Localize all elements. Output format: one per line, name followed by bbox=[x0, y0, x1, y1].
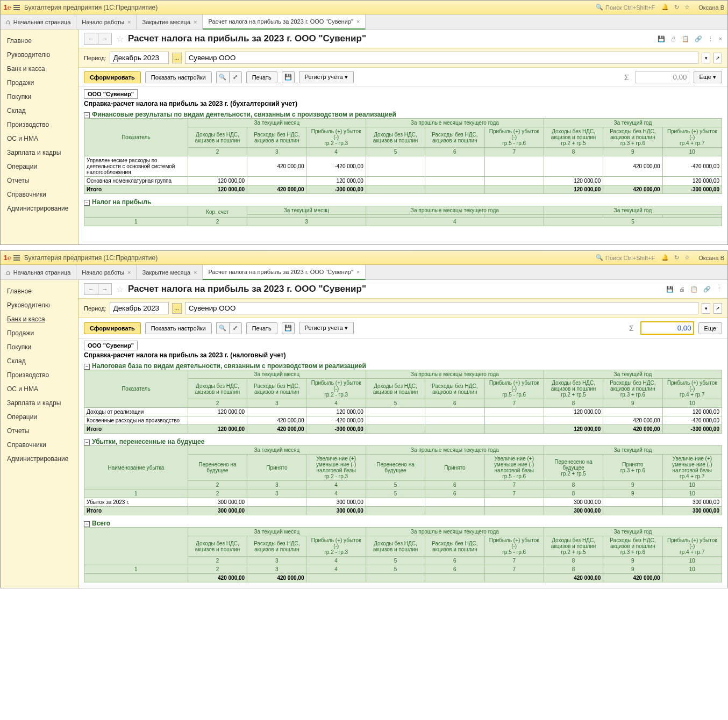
sidebar-item[interactable]: Банк и касса bbox=[1, 312, 78, 326]
sidebar-item[interactable]: Справочники bbox=[1, 438, 78, 452]
period-picker-button[interactable]: … bbox=[172, 53, 182, 63]
sidebar-item[interactable]: Склад bbox=[1, 354, 78, 368]
expand-icon[interactable]: ⤢ bbox=[229, 322, 242, 334]
collapse-icon[interactable]: − bbox=[84, 364, 90, 370]
sidebar-item[interactable]: Зарплата и кадры bbox=[1, 396, 78, 410]
org-input[interactable] bbox=[185, 302, 698, 314]
mail-icon[interactable]: 📋 bbox=[682, 35, 689, 42]
collapse-icon[interactable]: − bbox=[84, 200, 90, 206]
close-icon[interactable]: × bbox=[194, 19, 197, 25]
tab-home[interactable]: ⌂Начальная страница bbox=[1, 15, 76, 30]
link-icon[interactable]: 🔗 bbox=[703, 286, 711, 293]
link-icon[interactable]: 🔗 bbox=[695, 35, 702, 42]
tab-close-month[interactable]: Закрытие месяца× bbox=[137, 15, 203, 30]
sidebar-item[interactable]: Покупки bbox=[1, 340, 78, 354]
sidebar-item[interactable]: Администрирование bbox=[1, 452, 78, 466]
sidebar-item[interactable]: Производство bbox=[1, 368, 78, 382]
dropdown-icon[interactable]: ▾ bbox=[702, 53, 710, 63]
sidebar-item[interactable]: Продажи bbox=[1, 326, 78, 340]
forward-button[interactable]: → bbox=[98, 33, 112, 45]
star-icon[interactable]: ☆ bbox=[684, 254, 690, 261]
open-icon[interactable]: ↗ bbox=[713, 303, 722, 314]
more-button[interactable]: Еще ▾ bbox=[694, 71, 722, 83]
search-input[interactable]: 🔍Поиск Ctrl+Shift+F bbox=[596, 254, 655, 261]
print-icon[interactable]: 🖨 bbox=[670, 35, 676, 42]
sidebar-item[interactable]: Администрирование bbox=[1, 201, 78, 215]
history-icon[interactable]: ↻ bbox=[674, 254, 679, 261]
sidebar-item[interactable]: Справочники bbox=[1, 188, 78, 201]
open-icon[interactable]: ↗ bbox=[713, 53, 722, 63]
close-icon[interactable]: × bbox=[127, 19, 131, 25]
generate-button[interactable]: Сформировать bbox=[84, 322, 141, 334]
history-icon[interactable]: ↻ bbox=[674, 4, 679, 11]
close-icon[interactable]: × bbox=[719, 35, 722, 42]
back-button[interactable]: ← bbox=[84, 33, 98, 45]
sidebar-item[interactable]: Руководителю bbox=[1, 48, 78, 62]
period-input[interactable] bbox=[110, 52, 169, 64]
forward-button[interactable]: → bbox=[98, 283, 112, 295]
sum-input[interactable] bbox=[640, 321, 694, 335]
tab-home[interactable]: ⌂Начальная страница bbox=[1, 265, 76, 280]
user-name[interactable]: Оксана В bbox=[698, 255, 724, 261]
register-button[interactable]: Регистр учета ▾ bbox=[299, 322, 354, 334]
dropdown-icon[interactable]: ▾ bbox=[702, 303, 710, 314]
tab-close-month[interactable]: Закрытие месяца× bbox=[137, 265, 203, 280]
sidebar-item[interactable]: Главное bbox=[1, 284, 78, 298]
kebab-icon[interactable]: ⋮ bbox=[716, 286, 722, 293]
save-icon[interactable]: 💾 bbox=[666, 286, 674, 293]
collapse-icon[interactable]: − bbox=[84, 440, 90, 445]
save-file-icon[interactable]: 💾 bbox=[282, 322, 295, 334]
bell-icon[interactable]: 🔔 bbox=[661, 4, 669, 11]
menu-icon[interactable] bbox=[13, 255, 20, 261]
period-input[interactable] bbox=[110, 302, 169, 314]
sidebar-item[interactable]: Склад bbox=[1, 104, 78, 118]
favorite-icon[interactable]: ☆ bbox=[116, 284, 124, 294]
settings-button[interactable]: Показать настройки bbox=[145, 322, 212, 334]
sidebar-item[interactable]: ОС и НМА bbox=[1, 132, 78, 146]
collapse-icon[interactable]: − bbox=[84, 521, 90, 527]
more-button[interactable]: Еще bbox=[698, 322, 722, 334]
sidebar-item[interactable]: Зарплата и кадры bbox=[1, 146, 78, 160]
tab-start[interactable]: Начало работы× bbox=[76, 265, 137, 280]
period-picker-button[interactable]: … bbox=[172, 303, 182, 314]
close-icon[interactable]: × bbox=[356, 269, 360, 275]
save-icon[interactable]: 💾 bbox=[658, 35, 665, 42]
generate-button[interactable]: Сформировать bbox=[84, 71, 141, 83]
close-icon[interactable]: × bbox=[356, 18, 360, 25]
kebab-icon[interactable]: ⋮ bbox=[708, 35, 713, 42]
print-button[interactable]: Печать bbox=[246, 322, 277, 334]
bell-icon[interactable]: 🔔 bbox=[661, 254, 669, 261]
sidebar-item[interactable]: Покупки bbox=[1, 90, 78, 104]
sidebar-item[interactable]: ОС и НМА bbox=[1, 382, 78, 396]
collapse-icon[interactable]: − bbox=[84, 112, 90, 118]
settings-button[interactable]: Показать настройки bbox=[145, 71, 212, 83]
sidebar-item[interactable]: Операции bbox=[1, 160, 78, 174]
mail-icon[interactable]: 📋 bbox=[690, 286, 698, 293]
star-icon[interactable]: ☆ bbox=[684, 4, 690, 11]
print-button[interactable]: Печать bbox=[246, 71, 277, 83]
tab-start[interactable]: Начало работы× bbox=[76, 15, 137, 30]
sidebar-item[interactable]: Руководителю bbox=[1, 298, 78, 312]
expand-icon[interactable]: ⤢ bbox=[229, 71, 242, 83]
save-file-icon[interactable]: 💾 bbox=[282, 71, 295, 83]
tab-tax-report[interactable]: Расчет налога на прибыль за 2023 г. ООО … bbox=[203, 265, 366, 280]
sidebar-item[interactable]: Отчеты bbox=[1, 424, 78, 438]
user-name[interactable]: Оксана В bbox=[698, 4, 724, 11]
tab-tax-report[interactable]: Расчет налога на прибыль за 2023 г. ООО … bbox=[203, 15, 366, 30]
sidebar-item[interactable]: Операции bbox=[1, 410, 78, 424]
sum-input[interactable] bbox=[636, 71, 689, 83]
menu-icon[interactable] bbox=[13, 5, 20, 10]
register-button[interactable]: Регистр учета ▾ bbox=[299, 71, 354, 83]
close-icon[interactable]: × bbox=[127, 269, 131, 276]
close-icon[interactable]: × bbox=[194, 269, 197, 276]
find-icon[interactable]: 🔍 bbox=[216, 322, 229, 334]
print-icon[interactable]: 🖨 bbox=[679, 286, 685, 292]
favorite-icon[interactable]: ☆ bbox=[116, 34, 124, 44]
search-input[interactable]: 🔍Поиск Ctrl+Shift+F bbox=[596, 4, 655, 11]
org-input[interactable] bbox=[185, 52, 698, 64]
back-button[interactable]: ← bbox=[84, 283, 98, 295]
sidebar-item[interactable]: Банк и касса bbox=[1, 62, 78, 76]
sidebar-item[interactable]: Продажи bbox=[1, 76, 78, 90]
sidebar-item[interactable]: Производство bbox=[1, 118, 78, 132]
sidebar-item[interactable]: Главное bbox=[1, 34, 78, 48]
